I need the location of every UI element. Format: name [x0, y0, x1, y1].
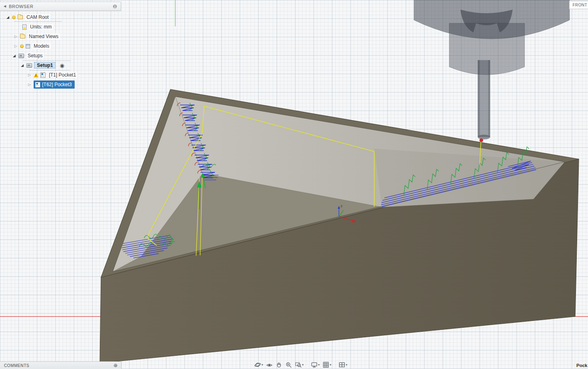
setup-machine-icon	[18, 54, 24, 58]
caret-icon: ▾	[318, 363, 320, 367]
active-setup-target-icon[interactable]: ◉	[60, 63, 64, 68]
tree-item-label: [T1] Pocket1	[47, 72, 77, 78]
tree-item-label: Named Views	[27, 33, 60, 40]
axis-z-label: Z	[341, 204, 343, 208]
tree-item-cam-root[interactable]: ◢ CAM Root	[0, 12, 121, 22]
comments-bar[interactable]: COMMENTS ⊕	[0, 361, 122, 369]
status-operation-label: Pock	[576, 363, 588, 368]
pan-icon	[276, 361, 282, 368]
tree-dotted-guide	[23, 60, 71, 61]
display-settings-button[interactable]: ▾	[310, 361, 320, 369]
expander-icon[interactable]: ▷	[14, 35, 18, 38]
tree-dotted-guide	[14, 21, 62, 22]
visibility-bulb-icon[interactable]	[20, 44, 24, 48]
browser-panel-header: ◀ BROWSER ⊖	[0, 2, 121, 11]
orbit-button[interactable]: ▾	[253, 361, 264, 369]
part-solid	[100, 89, 579, 363]
folder-icon	[20, 34, 25, 38]
tree-item-pocket3[interactable]: ▷ [T62] Pocket3	[0, 80, 121, 89]
grid-display-icon	[322, 361, 329, 368]
orbit-icon	[254, 361, 261, 368]
expander-icon[interactable]: ◢	[6, 16, 10, 19]
browser-title: BROWSER	[9, 4, 33, 9]
tree-item-label: [T62] Pocket3	[42, 82, 72, 87]
zoom-window-button[interactable]: ▾	[294, 361, 304, 369]
tree-item-label: Setups	[26, 52, 44, 59]
viewports-button[interactable]: ▾	[338, 361, 348, 369]
tree-item-label: CAM Root	[25, 14, 50, 20]
navigation-toolbar: ▾ ▾ ▾ ▾ ▾	[253, 361, 348, 369]
caret-icon: ▾	[330, 363, 331, 367]
fusion-cam-workspace: { "glyphs": { "expanded": "◢", "collapse…	[0, 0, 588, 369]
tree-item-label: Models	[32, 43, 51, 49]
tool-holder	[414, 0, 570, 142]
viewcube-front-face[interactable]: FRONT	[569, 1, 588, 9]
operation-icon	[35, 82, 40, 87]
tree-item-setup1[interactable]: ◢ Setup1 ◉	[0, 60, 121, 70]
display-settings-icon	[311, 361, 318, 368]
zoom-window-icon	[295, 361, 302, 368]
expander-icon[interactable]: ▷	[27, 73, 32, 77]
zoom-button[interactable]	[284, 361, 293, 369]
expander-icon[interactable]: ▷	[14, 44, 18, 48]
comments-label: COMMENTS	[4, 363, 29, 368]
model-cube-icon	[26, 44, 30, 48]
units-document-icon	[22, 24, 26, 30]
caret-icon: ▾	[346, 363, 347, 367]
browser-collapse-icon[interactable]: ◀	[4, 4, 6, 8]
caret-icon: ▾	[262, 363, 263, 367]
tree-item-named-views[interactable]: ▷ Named Views	[0, 32, 121, 41]
expander-icon[interactable]: ◢	[12, 54, 16, 58]
browser-minimize-icon[interactable]: ⊖	[113, 4, 117, 9]
tree-item-setups[interactable]: ◢ Setups	[0, 51, 121, 60]
tree-item-label: Setup1	[34, 62, 56, 69]
expander-icon[interactable]: ◢	[20, 64, 24, 67]
look-at-icon	[266, 361, 273, 368]
warning-icon	[34, 73, 39, 77]
pan-button[interactable]	[275, 361, 283, 369]
tree-item-pocket1[interactable]: ▷ [T1] Pocket1	[0, 70, 121, 80]
tool-tip-point	[480, 139, 483, 142]
grid-display-button[interactable]: ▾	[322, 361, 332, 369]
expander-icon[interactable]: ▷	[27, 83, 32, 87]
viewcube-front-label: FRONT	[573, 3, 587, 7]
look-at-button[interactable]	[265, 361, 274, 369]
browser-tree: ◢ CAM Root Units: mm ▷ Named Views ▷ Mod…	[0, 12, 121, 89]
tree-item-models[interactable]: ▷ Models	[0, 41, 121, 51]
caret-icon: ▾	[302, 363, 304, 367]
zoom-icon	[285, 361, 292, 368]
tree-dotted-guide	[30, 70, 70, 71]
setup-machine-icon	[26, 63, 32, 68]
selected-operation-chip[interactable]: [T62] Pocket3	[34, 81, 75, 89]
folder-icon	[18, 15, 23, 19]
tree-item-units[interactable]: Units: mm	[0, 22, 121, 32]
operation-icon	[41, 73, 45, 78]
viewports-icon	[339, 361, 345, 368]
tree-item-label: Units: mm	[28, 24, 53, 30]
visibility-bulb-icon[interactable]	[12, 16, 16, 19]
comments-expand-icon[interactable]: ⊕	[114, 363, 118, 368]
